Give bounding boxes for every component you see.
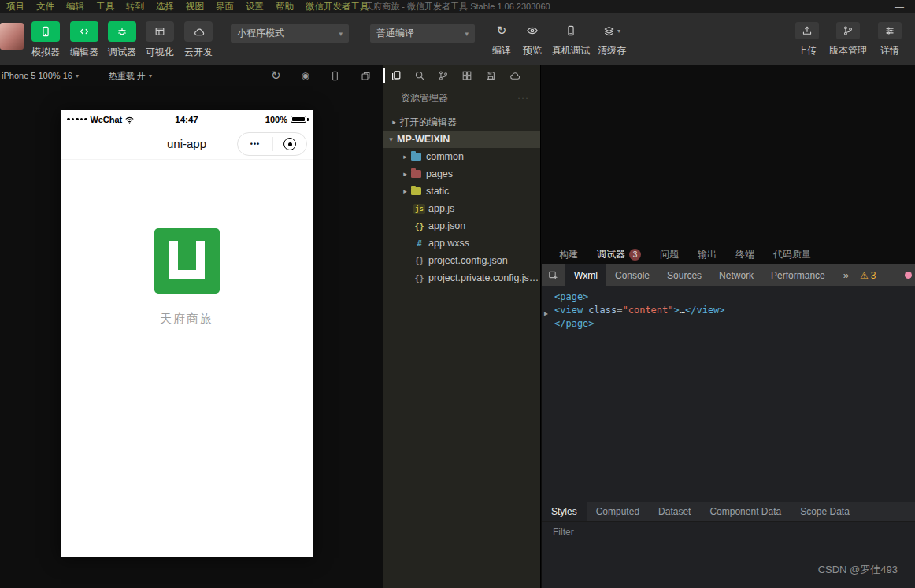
tab-sources[interactable]: Sources xyxy=(658,264,710,286)
debugger-label: 调试器 xyxy=(102,46,143,59)
menu-item-select[interactable]: 选择 xyxy=(156,1,174,13)
upload-label: 上传 xyxy=(787,44,828,57)
menu-item-project[interactable]: 项目 xyxy=(6,1,24,13)
search-icon[interactable] xyxy=(414,70,425,81)
mode-select[interactable]: 小程序模式 ▾ xyxy=(231,24,349,43)
cloud-dev-button[interactable]: 云开发 xyxy=(178,21,219,59)
tab-code-quality[interactable]: 代码质量 xyxy=(773,248,811,261)
collapsed-content: … xyxy=(680,305,685,316)
record-icon[interactable]: ◉ xyxy=(302,70,309,81)
chevron-right-icon: ▸ xyxy=(390,118,398,126)
files-icon[interactable] xyxy=(391,70,402,81)
avatar[interactable] xyxy=(0,23,24,50)
compile-mode-select[interactable]: 普通编译 ▾ xyxy=(370,24,475,43)
extensions-icon[interactable] xyxy=(461,70,472,81)
details-label: 详情 xyxy=(869,44,910,57)
folder-icon xyxy=(411,153,421,161)
compile-select-value: 普通编译 xyxy=(376,27,414,40)
multi-window-icon[interactable] xyxy=(361,71,371,81)
tab-debugger[interactable]: 调试器 3 xyxy=(597,248,641,261)
tree-item-open-editors[interactable]: ▸ 打开的编辑器 xyxy=(383,113,540,131)
tag-token: <view xyxy=(554,305,583,316)
tab-label: 代码质量 xyxy=(773,248,811,261)
simulator-toggle-button[interactable]: 模拟器 xyxy=(25,21,66,59)
more-icon[interactable]: ··· xyxy=(517,87,529,109)
wxml-node-page-open[interactable]: <page> xyxy=(542,290,915,304)
tab-problems[interactable]: 问题 xyxy=(660,248,679,261)
clear-cache-button[interactable]: ▾ 清缓存 xyxy=(591,22,632,57)
refresh-icon[interactable]: ↻ xyxy=(271,70,281,82)
editor-toggle-button[interactable]: 编辑器 xyxy=(64,21,105,59)
device-debug-button[interactable]: 真机调试 xyxy=(547,22,595,57)
tree-item-app-js[interactable]: app.js xyxy=(383,200,540,217)
capsule-close-button[interactable] xyxy=(273,138,306,150)
menu-item-edit[interactable]: 编辑 xyxy=(66,1,84,13)
tab-build[interactable]: 构建 xyxy=(559,248,578,261)
menu-item-interface[interactable]: 界面 xyxy=(216,1,234,13)
tab-network[interactable]: Network xyxy=(710,264,762,286)
tab-scope-data[interactable]: Scope Data xyxy=(791,502,859,521)
tree-label: common xyxy=(426,151,464,162)
source-control-icon[interactable] xyxy=(438,70,449,81)
rotate-device-icon[interactable] xyxy=(330,71,340,81)
tab-terminal[interactable]: 终端 xyxy=(735,248,754,261)
menu-item-view[interactable]: 视图 xyxy=(186,1,204,13)
tab-dataset[interactable]: Dataset xyxy=(649,502,700,521)
chevron-down-icon: ▾ xyxy=(149,72,152,80)
visualize-button[interactable]: 可视化 xyxy=(139,21,180,59)
menu-item-tools[interactable]: 工具 xyxy=(96,1,114,13)
menu-item-devtools[interactable]: 微信开发者工具 xyxy=(306,1,369,13)
device-selector[interactable]: iPhone 5 100% 16 ▾ xyxy=(2,71,79,80)
tree-item-project-private-config[interactable]: project.private.config.js… xyxy=(383,269,540,287)
tab-label: 终端 xyxy=(735,248,754,261)
battery-icon xyxy=(291,116,306,123)
debugger-toggle-button[interactable]: 调试器 xyxy=(102,21,143,59)
menu-item-help[interactable]: 帮助 xyxy=(276,1,294,13)
tree-item-project-config[interactable]: project.config.json xyxy=(383,252,540,269)
capsule-menu-icon[interactable]: ••• xyxy=(238,140,272,148)
hot-reload-toggle[interactable]: 热重载 开 ▾ xyxy=(109,70,152,82)
tree-item-pages[interactable]: ▸ pages xyxy=(383,165,540,183)
tag-token: <page> xyxy=(554,291,588,302)
menu-item-settings[interactable]: 设置 xyxy=(246,1,264,13)
tab-console[interactable]: Console xyxy=(606,264,658,286)
tree-item-common[interactable]: ▸ common xyxy=(383,148,540,165)
tree-item-static[interactable]: ▸ static xyxy=(383,183,540,200)
wxml-node-view[interactable]: ▶<viewclass="content">…</view> xyxy=(542,304,915,317)
tab-styles[interactable]: Styles xyxy=(542,502,587,521)
json-file-icon xyxy=(413,274,425,283)
save-icon[interactable] xyxy=(485,70,496,81)
version-control-button[interactable]: 版本管理 xyxy=(824,22,872,57)
tab-wxml[interactable]: Wxml xyxy=(565,264,606,286)
more-tabs-icon[interactable]: » xyxy=(843,269,849,281)
upload-button[interactable]: 上传 xyxy=(787,22,828,57)
tree-item-mp-weixin[interactable]: ▾ MP-WEIXIN xyxy=(383,131,540,148)
details-button[interactable]: 详情 xyxy=(869,22,910,57)
filter-input[interactable] xyxy=(546,527,704,538)
activity-bar xyxy=(383,65,540,87)
debugger-tab-bar: 构建 调试器 3 问题 输出 终端 代码质量 xyxy=(542,244,915,264)
value-token: "content" xyxy=(622,305,673,316)
carrier-label: WeChat xyxy=(91,115,123,124)
cloud-sync-icon[interactable] xyxy=(509,70,520,82)
tab-performance[interactable]: Performance xyxy=(762,264,834,286)
minimize-icon[interactable]: — xyxy=(895,2,904,13)
inspect-element-icon[interactable] xyxy=(548,270,559,281)
tab-output[interactable]: 输出 xyxy=(698,248,717,261)
tab-component-data[interactable]: Component Data xyxy=(700,502,791,521)
tree-item-app-json[interactable]: app.json xyxy=(383,217,540,235)
explorer-header: 资源管理器 ··· xyxy=(383,87,540,109)
uniapp-logo xyxy=(154,228,220,294)
app-name: 天府商旅 xyxy=(61,312,313,327)
explorer-panel: 资源管理器 ··· ▸ 打开的编辑器 ▾ MP-WEIXIN ▸ common … xyxy=(383,65,541,588)
tree-label: pages xyxy=(426,168,453,179)
wxml-node-page-close[interactable]: </page> xyxy=(542,317,915,331)
tree-item-app-wxss[interactable]: app.wxss xyxy=(383,235,540,252)
tab-computed[interactable]: Computed xyxy=(587,502,649,521)
warnings-button[interactable]: ⚠ 3 xyxy=(860,270,876,281)
menu-item-file[interactable]: 文件 xyxy=(36,1,54,13)
menu-item-goto[interactable]: 转到 xyxy=(126,1,144,13)
window-title: 天府商旅 - 微信开发者工具 Stable 1.06.2303060 xyxy=(365,1,550,13)
json-file-icon xyxy=(413,257,425,265)
wifi-icon xyxy=(124,115,135,124)
